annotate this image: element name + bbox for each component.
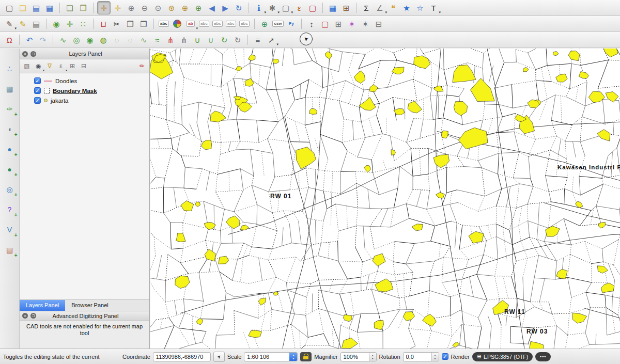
zoom-last-button[interactable]: ◀	[206, 2, 218, 14]
paste-features-button[interactable]: ❒	[137, 18, 150, 30]
open-project-button[interactable]: ❏	[17, 2, 29, 14]
layer-name[interactable]: Doodles	[55, 78, 77, 84]
delete-ring-button[interactable]: ◌	[111, 34, 123, 46]
open-styling-dock-button[interactable]: ▧	[22, 61, 32, 71]
text-annotation-menu-arrow-icon[interactable]: ▾	[439, 10, 441, 14]
dxf-export-button[interactable]: ▢	[319, 18, 331, 30]
delete-selected-button[interactable]: ⊔	[97, 18, 110, 30]
grass-tools-button[interactable]: ▤+	[3, 243, 17, 257]
layer-name[interactable]: jakarta	[51, 98, 69, 104]
layer-visibility-checkbox[interactable]: ✓	[34, 97, 41, 104]
undo-button[interactable]: ↶	[23, 34, 36, 46]
pan-to-selection-button[interactable]: ✛	[112, 2, 124, 14]
coordinate-input[interactable]	[153, 352, 211, 361]
label-toolbar-1-button[interactable]: abc	[198, 18, 210, 30]
rotate-feature-button[interactable]: ↻	[218, 34, 230, 46]
offset-curve-button[interactable]: ≈	[151, 34, 163, 46]
remove-layer-button[interactable]: ✏	[137, 61, 147, 71]
split-parts-button[interactable]: ⋔	[178, 34, 190, 46]
fill-ring-button[interactable]: ◍	[97, 34, 110, 46]
style-manager-button[interactable]: ✶	[346, 18, 358, 30]
node-tool-button[interactable]: ∷	[77, 18, 89, 30]
advanced-digitizing-tools-button[interactable]: ➚▾	[265, 34, 277, 46]
map-tips-button[interactable]: ❝	[387, 2, 399, 14]
labeling-options-button[interactable]: ab▾	[184, 18, 197, 30]
map-refresh-button[interactable]: ↻	[233, 2, 245, 14]
new-project-button[interactable]: ▢	[3, 2, 16, 14]
statistical-summary-button[interactable]: Σ	[360, 2, 373, 14]
zoom-in-button[interactable]: ⊕	[125, 2, 137, 14]
field-calculator-button[interactable]: ⊞	[340, 2, 352, 14]
pan-map-button[interactable]: ✛	[97, 1, 111, 14]
simplify-feature-button[interactable]: ∿	[57, 34, 69, 46]
scale-dropdown-button[interactable]: ▲ ▼	[289, 353, 297, 361]
toggle-editing-button[interactable]: ✎	[17, 18, 29, 30]
zoom-to-selection-button[interactable]: ⊕	[179, 2, 191, 14]
add-wfs-layer-button[interactable]: ◎+	[3, 183, 17, 196]
run-feature-action-button[interactable]: ✱▾	[266, 2, 278, 14]
show-bookmarks-button[interactable]: ☆	[414, 2, 426, 14]
csw-catalog-button[interactable]: csw	[272, 18, 284, 30]
split-features-button[interactable]: ⋔	[164, 34, 177, 46]
label-toolbar-3-button[interactable]: abc	[225, 18, 237, 30]
deselect-all-button[interactable]: ▢	[306, 2, 319, 14]
add-postgis-layer-button[interactable]: ◖+	[3, 122, 17, 136]
select-features-button[interactable]: ▢▾	[280, 2, 292, 14]
add-ring-button[interactable]: ◎	[70, 34, 83, 46]
add-mssql-layer-button[interactable]: ?+	[3, 203, 17, 216]
crs-status-button[interactable]: ⊕ EPSG:3857 (OTF)	[472, 352, 533, 361]
advanced-digitizing-tools-menu-arrow-icon[interactable]: ▾	[276, 42, 278, 46]
current-edits-button[interactable]: ✎▾	[3, 18, 16, 30]
scale-lock-button[interactable]	[300, 352, 312, 361]
add-spatialite-layer-button[interactable]: ✑+	[3, 102, 17, 116]
save-project-button[interactable]: ▤	[30, 2, 42, 14]
manage-layer-visibility-button[interactable]: ◉▾	[33, 61, 43, 71]
redo-button[interactable]: ↷	[37, 34, 49, 46]
georeferencer-button[interactable]: ⊞	[332, 18, 345, 30]
filter-legend-button[interactable]: ∇	[44, 61, 55, 71]
add-vector-layer-button[interactable]: ∴	[3, 62, 17, 75]
enable-snapping-button[interactable]: Ω	[3, 34, 16, 46]
layers-panel-close-button[interactable]: ✕	[22, 51, 28, 57]
dock-tab-browser-panel[interactable]: Browser Panel	[65, 300, 115, 311]
layer-visibility-checkbox[interactable]: ✓	[34, 77, 41, 84]
collapse-all-button[interactable]: ⊟	[79, 61, 89, 71]
merge-features-button[interactable]: ∪	[191, 34, 204, 46]
save-project-as-button[interactable]: ▦	[43, 2, 56, 14]
layer-labeling-button[interactable]: abc	[158, 18, 170, 30]
cut-features-button[interactable]: ✂	[111, 18, 123, 30]
delete-part-button[interactable]: ◌	[124, 34, 136, 46]
zoom-to-layer-button[interactable]: ⊕	[192, 2, 205, 14]
zoom-actual-button[interactable]: ⊙	[152, 2, 164, 14]
metasearch-button[interactable]: ⊕	[258, 18, 271, 30]
layer-name[interactable]: Boundary Mask	[53, 88, 97, 94]
text-annotation-button[interactable]: T▾	[427, 2, 440, 14]
zoom-next-button[interactable]: ▶	[219, 2, 231, 14]
raster-calculator-button[interactable]: ⊟	[373, 18, 385, 30]
rotate-point-symbols-button[interactable]: ↻	[231, 34, 244, 46]
label-toolbar-2-button[interactable]: abc	[211, 18, 224, 30]
reshape-features-button[interactable]: ∿	[137, 34, 150, 46]
layer-item-boundary-mask[interactable]: ✓Boundary Mask	[20, 86, 149, 96]
select-by-expression-button[interactable]: ε	[293, 2, 305, 14]
map-canvas[interactable]: RW 01RW 11RW 03Kawasan Industri Pu	[150, 49, 620, 349]
mouse-position-toggle-button[interactable]: ➤	[213, 352, 225, 362]
expand-all-button[interactable]: ⊞	[67, 61, 78, 71]
new-bookmark-button[interactable]: ★	[400, 2, 413, 14]
composer-manager-button[interactable]: ❐	[77, 2, 89, 14]
zoom-full-button[interactable]: ⊛	[165, 2, 178, 14]
layer-visibility-checkbox[interactable]: ✓	[34, 87, 41, 94]
add-raster-layer-button[interactable]: ▦	[3, 82, 17, 96]
filter-by-expression-button[interactable]: ε▾	[56, 61, 66, 71]
python-console-button[interactable]: Py	[285, 18, 298, 30]
magnifier-spinbox[interactable]: ▲ ▼	[340, 352, 377, 361]
move-feature-button[interactable]: ✛	[64, 18, 76, 30]
rotation-spinbox[interactable]: ▲ ▼	[403, 352, 439, 361]
advanced-digitizing-float-button[interactable]: ❐	[30, 313, 36, 319]
merge-attributes-button[interactable]: ∪	[205, 34, 217, 46]
copy-style-button[interactable]: ✶	[359, 18, 371, 30]
add-wcs-layer-button[interactable]: ●+	[3, 163, 17, 176]
open-attribute-table-button[interactable]: ▦	[327, 2, 339, 14]
layer-item-jakarta[interactable]: ✓jakarta	[20, 96, 149, 105]
add-virtual-layer-button[interactable]: V+	[3, 223, 17, 236]
